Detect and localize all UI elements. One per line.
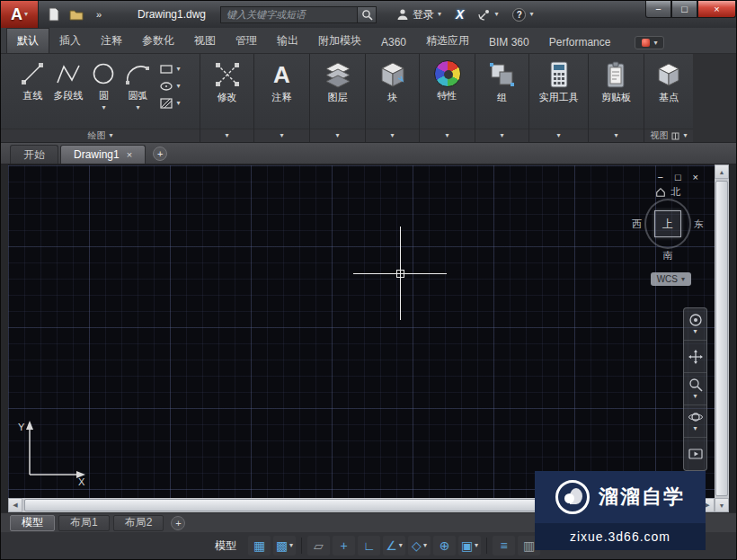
ribbon-tab-performance[interactable]: Performance	[539, 31, 621, 53]
home-icon[interactable]	[655, 187, 666, 198]
ribbon-tab-a360[interactable]: A360	[371, 31, 416, 53]
line-tool[interactable]: 直线	[15, 58, 49, 102]
ribbon-tab-parametric[interactable]: 参数化	[132, 29, 184, 53]
panel-layers-title[interactable]: ▾	[310, 129, 365, 142]
model-space-button[interactable]: 模型	[215, 538, 236, 554]
viewcube-east[interactable]: 东	[694, 218, 704, 231]
signin-button[interactable]: 登录 ▾	[396, 7, 441, 22]
search-input[interactable]	[220, 6, 357, 23]
open-file-button[interactable]	[67, 5, 86, 23]
layers-panel-button[interactable]: 图层	[310, 58, 365, 104]
properties-panel-button[interactable]: 特性	[420, 58, 475, 102]
panel-properties-title[interactable]: ▾	[420, 129, 475, 142]
annotation-panel-button[interactable]: A 注释	[254, 58, 309, 104]
block-panel-button[interactable]: 块	[366, 58, 419, 104]
ribbon-tab-addins[interactable]: 附加模块	[308, 29, 371, 53]
pan-button[interactable]	[684, 341, 706, 373]
vertical-scroll-thumb[interactable]	[715, 181, 728, 496]
utilities-panel-button[interactable]: 实用工具	[529, 58, 588, 104]
chevron-down-icon[interactable]: ▾	[136, 104, 139, 111]
snap-toggle[interactable]: ▩▾	[273, 536, 296, 556]
scroll-down-arrow[interactable]: ▼	[715, 498, 729, 512]
rectangle-icon	[159, 63, 173, 76]
application-menu-button[interactable]: A ▾	[1, 1, 39, 28]
modify-panel-button[interactable]: 修改	[200, 58, 253, 104]
ribbon-tab-insert[interactable]: 插入	[49, 29, 91, 53]
viewcube-compass[interactable]: 上	[644, 199, 691, 249]
ribbon-tab-view[interactable]: 视图	[184, 29, 226, 53]
ribbon-tab-featured-apps[interactable]: 精选应用	[416, 29, 479, 53]
panel-block-title[interactable]: ▾	[366, 129, 419, 142]
viewcube[interactable]: 北 西 上 东 南	[632, 185, 704, 262]
panel-draw-title[interactable]: 绘图 ▾	[1, 129, 200, 142]
layout-tab-layout2[interactable]: 布局2	[113, 515, 164, 531]
orbit-button[interactable]: ▾	[684, 405, 706, 438]
search-button[interactable]	[357, 6, 377, 23]
ribbon-tab-bim360[interactable]: BIM 360	[479, 31, 539, 53]
vertical-scroll-track[interactable]	[715, 179, 729, 498]
panel-clipboard-title[interactable]: ▾	[589, 129, 644, 142]
rectangle-tool[interactable]: ▾	[159, 63, 180, 76]
wcs-menu-button[interactable]: WCS ▾	[651, 272, 691, 286]
vertical-scrollbar[interactable]: ▲ ▼	[715, 164, 729, 512]
file-tab-start[interactable]: 开始	[10, 145, 58, 164]
new-tab-button[interactable]: +	[153, 147, 167, 161]
chevron-down-icon[interactable]: ▾	[102, 104, 105, 111]
circle-tool[interactable]: 圆 ▾	[86, 58, 120, 111]
object-snap-toggle[interactable]: ▣▾	[458, 536, 481, 556]
arc-tool[interactable]: 圆弧 ▾	[120, 58, 155, 111]
new-file-button[interactable]	[44, 5, 64, 23]
panel-modify-title[interactable]: ▾	[200, 129, 253, 142]
viewcube-west[interactable]: 西	[632, 218, 642, 231]
basepoint-button[interactable]: 基点	[644, 58, 693, 104]
viewcube-south[interactable]: 南	[632, 249, 704, 262]
ribbon-tab-home[interactable]: 默认	[6, 28, 49, 53]
viewcube-north[interactable]: 北	[671, 185, 681, 199]
layout-tab-model[interactable]: 模型	[10, 515, 55, 531]
grid-toggle[interactable]: ▦	[248, 536, 271, 556]
qat-overflow-button[interactable]: »	[89, 5, 109, 23]
navigation-wheel-button[interactable]: ▾	[684, 308, 706, 341]
viewcube-top-face[interactable]: 上	[654, 210, 681, 237]
showmotion-button[interactable]	[684, 438, 706, 470]
maximize-button[interactable]: □	[671, 1, 697, 18]
file-tab-drawing1[interactable]: Drawing1 ×	[60, 145, 146, 164]
panel-utilities-title[interactable]: ▾	[529, 129, 588, 142]
help-button[interactable]: ? ▾	[512, 8, 533, 22]
exchange-apps-button[interactable]: X	[456, 7, 464, 22]
ortho-toggle[interactable]: ∟	[358, 536, 380, 556]
scroll-left-arrow[interactable]: ◀	[8, 498, 22, 512]
object-snap-tracking-toggle[interactable]: ⊕	[433, 536, 456, 556]
autocad-logo: A	[11, 5, 22, 24]
ellipse-tool[interactable]: ▾	[159, 80, 180, 93]
doc-restore-icon[interactable]: □	[675, 172, 681, 182]
close-button[interactable]: ×	[697, 1, 736, 18]
zoom-button[interactable]: ▾	[684, 373, 706, 405]
ribbon-tab-output[interactable]: 输出	[267, 29, 308, 53]
drawing-canvas[interactable]: − □ × 北 西 上	[8, 164, 715, 498]
polyline-tool[interactable]: 多段线	[49, 58, 86, 102]
isodraft-toggle[interactable]: ◇▾	[408, 536, 431, 556]
new-layout-button[interactable]: +	[171, 516, 185, 530]
ribbon-tab-manage[interactable]: 管理	[226, 29, 267, 53]
hatch-tool[interactable]: ▾	[159, 97, 180, 110]
polar-tracking-toggle[interactable]: ∠▾	[383, 536, 405, 556]
doc-minimize-icon[interactable]: −	[657, 172, 662, 182]
groups-panel-button[interactable]: 组	[475, 58, 528, 104]
layout-tab-layout1[interactable]: 布局1	[58, 515, 110, 531]
panel-view-title[interactable]: 视图 ▾	[644, 129, 693, 142]
clipboard-panel-button[interactable]: 剪贴板	[589, 58, 644, 104]
close-tab-icon[interactable]: ×	[127, 149, 132, 160]
doc-close-icon[interactable]: ×	[693, 172, 698, 182]
panel-groups-title[interactable]: ▾	[475, 129, 528, 142]
dynamic-input-toggle[interactable]: +	[333, 536, 355, 556]
communication-center-button[interactable]: ▾	[478, 9, 498, 21]
lineweight-toggle[interactable]: ≡	[493, 536, 515, 556]
watermark-logo-icon	[555, 480, 590, 514]
minimize-button[interactable]: −	[645, 1, 671, 18]
ribbon-tab-annotate[interactable]: 注释	[91, 29, 132, 53]
panel-annotation-title[interactable]: ▾	[254, 129, 309, 142]
ribbon-display-toggle[interactable]: ▾	[635, 36, 664, 49]
infer-constraints-toggle[interactable]: ▱	[307, 536, 330, 556]
scroll-up-arrow[interactable]: ▲	[715, 164, 729, 179]
